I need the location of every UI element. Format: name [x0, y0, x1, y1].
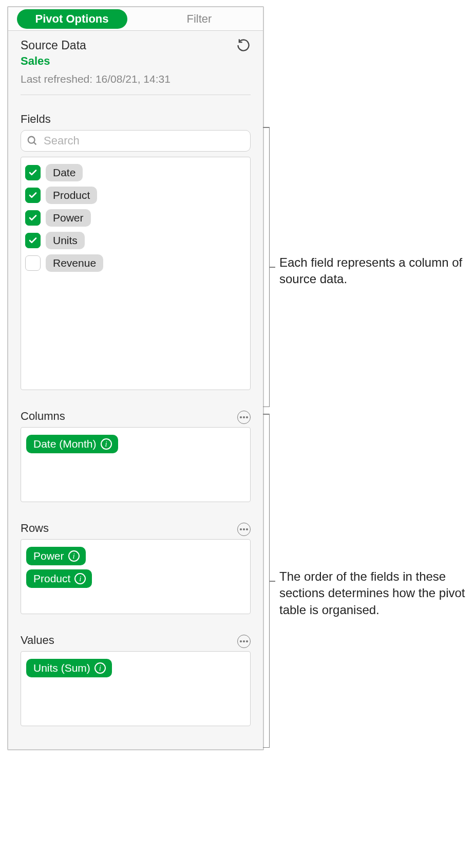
field-row: Product	[25, 184, 246, 207]
svg-point-0	[28, 137, 35, 143]
field-chip[interactable]: Units	[46, 232, 85, 249]
callout-tick-fields	[269, 267, 275, 268]
info-icon[interactable]: i	[68, 550, 80, 562]
pivot-options-panel: Pivot Options Filter Source Data Sales L…	[7, 6, 264, 750]
columns-drop-zone[interactable]: Date (Month)i	[21, 427, 251, 502]
columns-more-button[interactable]	[237, 411, 251, 424]
info-icon[interactable]: i	[94, 662, 106, 674]
zone-chip-label: Units (Sum)	[33, 662, 90, 674]
field-checkbox[interactable]	[25, 255, 41, 271]
field-row: Power	[25, 207, 246, 229]
field-checkbox[interactable]	[25, 233, 41, 248]
zone-chip-label: Date (Month)	[33, 438, 97, 450]
svg-line-1	[34, 142, 36, 145]
panel-tabs: Pivot Options Filter	[8, 7, 263, 31]
rows-more-button[interactable]	[237, 523, 251, 536]
callout-tick-zones	[269, 581, 275, 582]
zone-chip[interactable]: Date (Month)i	[26, 435, 118, 453]
callout-zones: The order of the fields in these section…	[279, 568, 469, 618]
values-more-button[interactable]	[237, 635, 251, 648]
field-chip[interactable]: Product	[46, 187, 97, 204]
field-chip[interactable]: Power	[46, 209, 91, 227]
tab-filter[interactable]: Filter	[136, 7, 263, 30]
field-row: Date	[25, 161, 246, 184]
info-icon[interactable]: i	[101, 438, 112, 450]
field-row: Revenue	[25, 252, 246, 274]
rows-heading: Rows	[21, 510, 49, 539]
tab-pivot-options[interactable]: Pivot Options	[8, 7, 136, 30]
search-icon	[27, 135, 38, 146]
source-data-name: Sales	[8, 52, 263, 68]
check-icon	[28, 191, 37, 200]
field-row: Units	[25, 229, 246, 252]
zone-chip-label: Power	[33, 550, 64, 562]
zone-chip[interactable]: Poweri	[26, 547, 86, 565]
tab-label: Filter	[187, 12, 212, 26]
refresh-icon	[236, 38, 251, 52]
zone-chip-label: Product	[33, 572, 70, 585]
rows-drop-zone[interactable]: PoweriProducti	[21, 539, 251, 614]
source-data-title: Source Data	[21, 39, 86, 52]
zone-chip[interactable]: Units (Sum)i	[26, 659, 112, 677]
zone-chip[interactable]: Producti	[26, 569, 92, 588]
field-chip[interactable]: Date	[46, 164, 83, 181]
callout-fields: Each field represents a column of source…	[279, 254, 469, 288]
values-drop-zone[interactable]: Units (Sum)i	[21, 651, 251, 726]
field-checkbox[interactable]	[25, 165, 41, 180]
values-heading: Values	[21, 622, 54, 651]
field-chip[interactable]: Revenue	[46, 254, 103, 272]
fields-heading: Fields	[21, 101, 251, 130]
info-icon[interactable]: i	[74, 573, 86, 584]
fields-list: DateProductPowerUnitsRevenue	[21, 157, 251, 390]
check-icon	[28, 168, 37, 177]
check-icon	[28, 236, 37, 245]
refresh-button[interactable]	[236, 38, 251, 52]
last-refreshed-text: Last refreshed: 16/08/21, 14:31	[8, 68, 263, 95]
field-checkbox[interactable]	[25, 210, 41, 226]
columns-heading: Columns	[21, 398, 65, 427]
tab-label: Pivot Options	[17, 9, 127, 29]
field-checkbox[interactable]	[25, 188, 41, 203]
check-icon	[28, 213, 37, 223]
fields-search-input[interactable]	[21, 130, 251, 152]
